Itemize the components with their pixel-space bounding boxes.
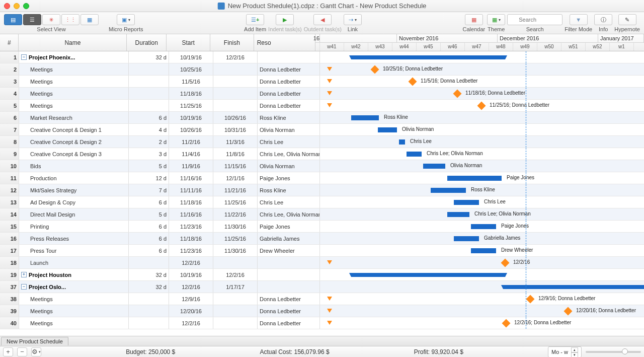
task-bar[interactable]: [471, 248, 496, 253]
task-name-cell[interactable]: Bids: [19, 160, 129, 172]
add-item-button[interactable]: ☰+: [246, 14, 264, 25]
start-cell[interactable]: 12/20/16: [169, 305, 213, 317]
task-row[interactable]: 2Meetings10/25/16Donna Ledbetter10/25/16…: [0, 63, 644, 76]
finish-cell[interactable]: 10/26/16: [213, 112, 258, 123]
resource-cell[interactable]: Olivia Norman: [258, 124, 320, 135]
row-number[interactable]: 10: [0, 160, 19, 172]
finish-cell[interactable]: 11/21/16: [213, 184, 258, 196]
start-cell[interactable]: 12/9/16: [169, 293, 213, 305]
start-cell[interactable]: 11/5/16: [169, 76, 213, 87]
filter-button[interactable]: ▼: [570, 14, 588, 25]
start-cell[interactable]: 10/19/16: [169, 269, 213, 280]
row-number[interactable]: 5: [0, 100, 19, 111]
finish-cell[interactable]: 11/8/16: [213, 148, 258, 160]
resource-cell[interactable]: Paige Jones: [258, 172, 320, 184]
task-name-cell[interactable]: Press Tour: [19, 245, 129, 256]
task-row[interactable]: 10Bids5 d11/9/1611/15/16Olivia NormanOli…: [0, 160, 644, 172]
finish-cell[interactable]: [213, 100, 258, 111]
remove-button[interactable]: −: [17, 347, 27, 356]
start-cell[interactable]: 11/16/16: [169, 172, 213, 184]
sheet-tab[interactable]: New Product Schedule: [1, 337, 68, 345]
finish-cell[interactable]: 11/22/16: [213, 208, 258, 220]
row-number[interactable]: 9: [0, 148, 19, 160]
finish-cell[interactable]: [213, 88, 258, 99]
duration-cell[interactable]: 6 d: [129, 112, 169, 123]
duration-cell[interactable]: [129, 88, 169, 99]
start-cell[interactable]: 11/23/16: [169, 221, 213, 232]
duration-cell[interactable]: [129, 305, 169, 317]
task-name-cell[interactable]: Meetings: [19, 76, 129, 87]
task-row[interactable]: 37−Project Oslo...32 d12/2/161/17/17: [0, 281, 644, 293]
resource-cell[interactable]: Drew Wheeler: [258, 245, 320, 256]
milestone-marker[interactable]: [526, 295, 535, 304]
duration-cell[interactable]: 3 d: [129, 148, 169, 160]
search-input[interactable]: [507, 14, 562, 25]
summary-bar[interactable]: [351, 55, 505, 59]
task-bar[interactable]: [378, 127, 397, 132]
milestone-marker[interactable]: [409, 78, 417, 86]
row-number[interactable]: 37: [0, 281, 19, 293]
task-bar[interactable]: [447, 176, 502, 181]
duration-cell[interactable]: [129, 317, 169, 329]
duration-cell[interactable]: 32 d: [129, 269, 169, 280]
task-name-cell[interactable]: Meetings: [19, 317, 129, 329]
resource-cell[interactable]: Donna Ledbetter: [258, 76, 320, 87]
finish-cell[interactable]: 11/3/16: [213, 136, 258, 148]
row-number[interactable]: 19: [0, 269, 19, 280]
milestone-marker[interactable]: [453, 90, 462, 98]
start-cell[interactable]: 11/18/16: [169, 88, 213, 99]
task-name-cell[interactable]: Creative Concept & Design 3: [19, 148, 129, 160]
summary-bar[interactable]: [351, 273, 505, 277]
resource-cell[interactable]: Paige Jones: [258, 221, 320, 232]
finish-cell[interactable]: 11/30/16: [213, 221, 258, 232]
task-row[interactable]: 12Mkt/Sales Strategy7 d11/11/1611/21/16R…: [0, 184, 644, 196]
resource-cell[interactable]: Chris Lee: [258, 196, 320, 208]
task-name-cell[interactable]: Launch: [19, 257, 129, 268]
finish-cell[interactable]: 12/1/16: [213, 172, 258, 184]
row-number[interactable]: 1: [0, 51, 19, 63]
start-cell[interactable]: 12/2/16: [169, 281, 213, 293]
duration-cell[interactable]: 32 d: [129, 51, 169, 63]
task-name-cell[interactable]: Printing: [19, 221, 129, 232]
hypernote-button[interactable]: ✎: [618, 14, 636, 25]
duration-cell[interactable]: [129, 76, 169, 87]
start-cell[interactable]: 12/2/16: [169, 257, 213, 268]
row-number[interactable]: 18: [0, 257, 19, 268]
task-name-cell[interactable]: Mkt/Sales Strategy: [19, 184, 129, 196]
zoom-slider[interactable]: [586, 351, 641, 353]
duration-cell[interactable]: 4 d: [129, 124, 169, 135]
view-btn-1[interactable]: ▤: [4, 14, 22, 25]
add-button[interactable]: +: [3, 347, 13, 356]
finish-cell[interactable]: [213, 257, 258, 268]
finish-cell[interactable]: 11/15/16: [213, 160, 258, 172]
finish-cell[interactable]: 10/31/16: [213, 124, 258, 135]
header-finish[interactable]: Finish: [210, 34, 254, 51]
task-name-cell[interactable]: Meetings: [19, 88, 129, 99]
finish-cell[interactable]: 11/25/16: [213, 196, 258, 208]
task-row[interactable]: 40Meetings12/2/16Donna Ledbetter12/2/16;…: [0, 317, 644, 329]
start-cell[interactable]: 11/9/16: [169, 160, 213, 172]
duration-cell[interactable]: [129, 257, 169, 268]
task-name-cell[interactable]: −Project Oslo...: [19, 281, 129, 293]
task-row[interactable]: 14Direct Mail Design5 d11/16/1611/22/16C…: [0, 208, 644, 221]
start-cell[interactable]: 10/26/16: [169, 124, 213, 135]
row-number[interactable]: 38: [0, 293, 19, 305]
start-cell[interactable]: 12/2/16: [169, 317, 213, 329]
duration-cell[interactable]: 32 d: [129, 281, 169, 293]
finish-cell[interactable]: [213, 76, 258, 87]
row-number[interactable]: 12: [0, 184, 19, 196]
resource-cell[interactable]: Chris Lee: [258, 136, 320, 148]
task-row[interactable]: 3Meetings11/5/16Donna Ledbetter11/5/16; …: [0, 76, 644, 88]
task-bar[interactable]: [407, 152, 422, 157]
header-resource[interactable]: Reso: [254, 34, 315, 51]
finish-cell[interactable]: [213, 305, 258, 317]
start-cell[interactable]: 11/11/16: [169, 184, 213, 196]
task-row[interactable]: 16Press Releases6 d11/18/1611/25/16Gabri…: [0, 233, 644, 245]
resource-cell[interactable]: Ross Kline: [258, 112, 320, 123]
row-number[interactable]: 13: [0, 196, 19, 208]
task-name-cell[interactable]: Meetings: [19, 305, 129, 317]
task-bar[interactable]: [351, 115, 379, 120]
resource-cell[interactable]: [258, 281, 320, 293]
row-number[interactable]: 4: [0, 88, 19, 99]
tree-toggle[interactable]: −: [21, 284, 27, 290]
